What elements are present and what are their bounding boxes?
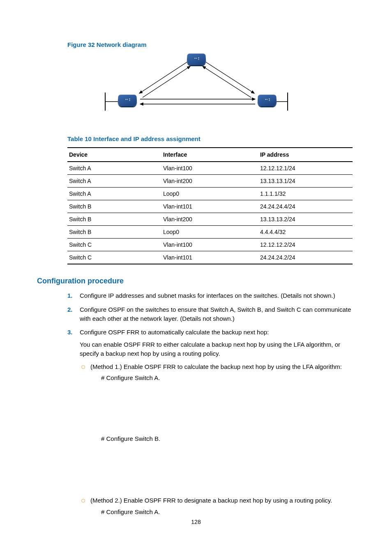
network-diagram: ↔↕ ↔↕ ↔↕ xyxy=(37,53,355,119)
bus-terminator-right xyxy=(287,93,288,111)
step-sublist: (Method 1.) Enable OSPF FRR to calculate… xyxy=(80,362,355,517)
cell-iface: Loop0 xyxy=(161,188,258,200)
page-number: 128 xyxy=(0,519,392,525)
config-comment: # Configure Switch A. xyxy=(101,508,355,517)
switch-icon: ↔↕ xyxy=(187,53,206,67)
section-heading: Configuration procedure xyxy=(37,277,355,285)
cell-iface: Vlan-int200 xyxy=(161,213,258,226)
substep-text: (Method 2.) Enable OSPF FRR to designate… xyxy=(90,497,332,504)
config-comment: # Configure Switch B. xyxy=(101,434,355,443)
cell-ip: 13.13.13.1/24 xyxy=(258,175,353,188)
code-gap xyxy=(90,443,355,493)
svg-line-5 xyxy=(203,66,251,97)
switch-icon: ↔↕ xyxy=(258,94,277,108)
cell-iface: Vlan-int101 xyxy=(161,200,258,213)
table-row: Switch B Loop0 4.4.4.4/32 xyxy=(67,226,353,239)
cell-iface: Vlan-int100 xyxy=(161,162,258,175)
cell-ip: 13.13.13.2/24 xyxy=(258,213,353,226)
table-row: Switch C Vlan-int101 24.24.24.2/24 xyxy=(67,251,353,264)
col-header-interface: Interface xyxy=(161,148,258,162)
col-header-ip: IP address xyxy=(258,148,353,162)
ip-assignment-table: Device Interface IP address Switch A Vla… xyxy=(67,147,353,264)
cell-device: Switch C xyxy=(67,239,161,251)
cell-ip: 12.12.12.1/24 xyxy=(258,162,353,175)
cell-iface: Loop0 xyxy=(161,226,258,239)
step-text: Configure OSPF FRR to automatically calc… xyxy=(80,329,269,336)
substep-item: (Method 2.) Enable OSPF FRR to designate… xyxy=(80,496,355,517)
cell-device: Switch A xyxy=(67,188,161,200)
cell-device: Switch A xyxy=(67,162,161,175)
cell-ip: 24.24.24.4/24 xyxy=(258,200,353,213)
substep-text: (Method 1.) Enable OSPF FRR to calculate… xyxy=(90,363,342,370)
step-text: Configure IP addresses and subnet masks … xyxy=(80,292,335,299)
substep-item: (Method 1.) Enable OSPF FRR to calculate… xyxy=(80,362,355,493)
table-header-row: Device Interface IP address xyxy=(67,148,353,162)
table-row: Switch B Vlan-int101 24.24.24.4/24 xyxy=(67,200,353,213)
bus-terminator-left xyxy=(105,93,106,111)
svg-line-4 xyxy=(206,62,254,93)
cell-device: Switch A xyxy=(67,175,161,188)
col-header-device: Device xyxy=(67,148,161,162)
cell-device: Switch B xyxy=(67,213,161,226)
step-text: Configure OSPF on the switches to ensure… xyxy=(80,306,351,322)
cell-iface: Vlan-int200 xyxy=(161,175,258,188)
table-row: Switch C Vlan-int100 12.12.12.2/24 xyxy=(67,239,353,251)
cell-ip: 4.4.4.4/32 xyxy=(258,226,353,239)
code-gap xyxy=(90,382,355,432)
cell-device: Switch B xyxy=(67,200,161,213)
table-row: Switch A Vlan-int200 13.13.13.1/24 xyxy=(67,175,353,188)
cell-device: Switch C xyxy=(67,251,161,264)
config-comment: # Configure Switch A. xyxy=(101,373,355,382)
step-extra-text: You can enable OSPF FRR to either calcul… xyxy=(80,340,355,358)
cell-iface: Vlan-int101 xyxy=(161,251,258,264)
table-caption: Table 10 Interface and IP address assign… xyxy=(67,135,355,142)
table-row: Switch B Vlan-int200 13.13.13.2/24 xyxy=(67,213,353,226)
cell-ip: 12.12.12.2/24 xyxy=(258,239,353,251)
procedure-steps: Configure IP addresses and subnet masks … xyxy=(67,291,355,516)
table-row: Switch A Loop0 1.1.1.1/32 xyxy=(67,188,353,200)
cell-ip: 1.1.1.1/32 xyxy=(258,188,353,200)
step-item: Configure OSPF FRR to automatically calc… xyxy=(67,328,355,516)
svg-line-3 xyxy=(143,66,190,97)
cell-device: Switch B xyxy=(67,226,161,239)
cell-iface: Vlan-int100 xyxy=(161,239,258,251)
table-row: Switch A Vlan-int100 12.12.12.1/24 xyxy=(67,162,353,175)
step-item: Configure OSPF on the switches to ensure… xyxy=(67,305,355,323)
switch-icon: ↔↕ xyxy=(118,94,137,108)
step-item: Configure IP addresses and subnet masks … xyxy=(67,291,355,300)
figure-caption: Figure 32 Network diagram xyxy=(67,41,355,48)
svg-line-2 xyxy=(139,62,187,93)
cell-ip: 24.24.24.2/24 xyxy=(258,251,353,264)
